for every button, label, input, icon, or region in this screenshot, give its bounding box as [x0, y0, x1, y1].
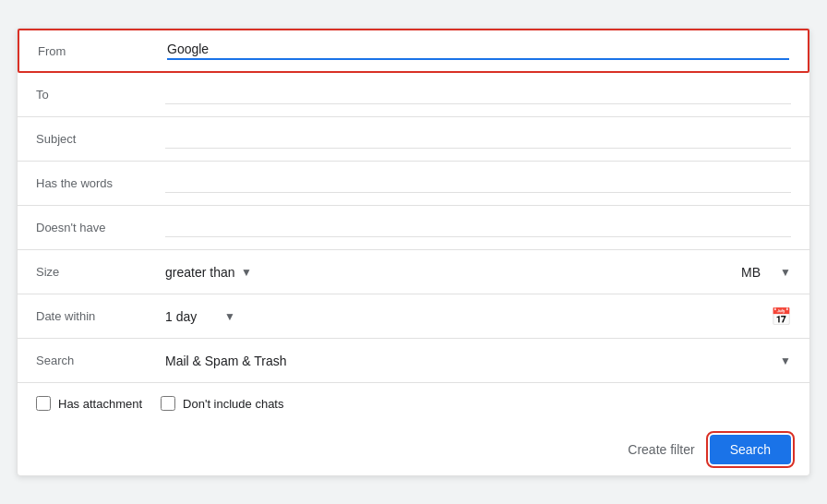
has-attachment-checkbox[interactable]	[36, 396, 51, 411]
size-unit-wrapper: MB KB Bytes ▼	[741, 265, 791, 280]
checkboxes-row: Has attachment Don't include chats	[18, 383, 809, 424]
to-input[interactable]	[165, 85, 791, 104]
size-row: Size greater than less than ▼ MB KB Byte…	[18, 250, 809, 294]
dont-include-chats-checkbox[interactable]	[161, 396, 175, 411]
to-label: To	[36, 88, 165, 102]
has-the-words-input[interactable]	[165, 174, 791, 193]
subject-row: Subject	[18, 117, 809, 162]
search-dialog: From To Subject Has the words Doesn't ha…	[17, 28, 810, 476]
size-comparison-select[interactable]: greater than less than	[165, 265, 258, 280]
calendar-icon[interactable]: 📅	[771, 306, 791, 327]
dont-include-chats-item: Don't include chats	[161, 396, 283, 411]
subject-input[interactable]	[165, 129, 791, 149]
has-attachment-label[interactable]: Has attachment	[58, 397, 142, 411]
date-within-row: Date within 1 day 3 days 1 week 2 weeks …	[18, 294, 809, 339]
doesnt-have-label: Doesn't have	[36, 221, 165, 234]
search-select-wrapper: All Mail Mail & Spam & Trash Mail Spam T…	[165, 354, 791, 368]
has-the-words-label: Has the words	[36, 176, 165, 190]
search-label: Search	[36, 354, 165, 367]
doesnt-have-input[interactable]	[165, 218, 791, 237]
dont-include-chats-label[interactable]: Don't include chats	[183, 397, 283, 411]
doesnt-have-row: Doesn't have	[18, 206, 809, 250]
search-select[interactable]: All Mail Mail & Spam & Trash Mail Spam T…	[165, 354, 791, 368]
footer-row: Create filter Search	[18, 424, 809, 475]
search-row: Search All Mail Mail & Spam & Trash Mail…	[18, 339, 809, 383]
has-the-words-row: Has the words	[18, 162, 809, 206]
size-comparison-wrapper: greater than less than ▼	[165, 265, 252, 280]
size-label: Size	[36, 265, 165, 279]
size-unit-select[interactable]: MB KB Bytes	[741, 265, 797, 280]
date-within-label: Date within	[36, 309, 165, 323]
create-filter-link[interactable]: Create filter	[628, 442, 694, 457]
date-within-select-wrapper: 1 day 3 days 1 week 2 weeks 1 month 2 mo…	[165, 309, 235, 324]
search-button[interactable]: Search	[710, 435, 791, 464]
size-unit-select-wrapper: MB KB Bytes ▼	[741, 265, 791, 280]
from-label: From	[38, 44, 167, 58]
from-row: From	[18, 29, 809, 73]
date-within-select[interactable]: 1 day 3 days 1 week 2 weeks 1 month 2 mo…	[165, 309, 241, 324]
to-row: To	[18, 73, 809, 117]
subject-label: Subject	[36, 132, 165, 146]
from-input[interactable]	[167, 42, 789, 60]
has-attachment-item: Has attachment	[36, 396, 142, 411]
